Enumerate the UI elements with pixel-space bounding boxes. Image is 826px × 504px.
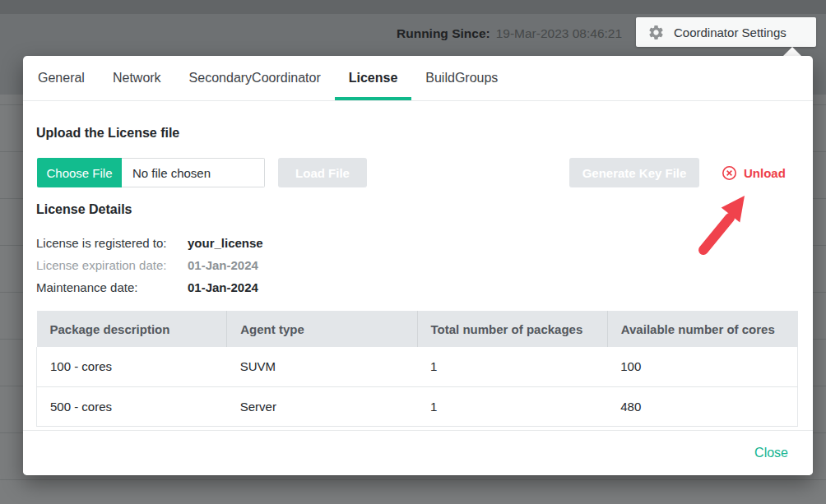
- generate-key-file-button[interactable]: Generate Key File: [569, 158, 699, 187]
- detail-row-registered-to: License is registered to: your_license: [36, 236, 263, 250]
- tab-license-label: License: [349, 71, 398, 86]
- load-file-button[interactable]: Load File: [278, 158, 367, 187]
- detail-value: 01-Jan-2024: [188, 280, 258, 294]
- choose-file-button[interactable]: Choose File: [37, 158, 122, 187]
- cell-agent-type: Server: [227, 386, 417, 426]
- running-since: Running Since: 19-Mar-2023 08:46:21: [397, 26, 622, 41]
- cell-package-description: 500 - cores: [37, 386, 227, 426]
- backdrop-top-strip: [0, 0, 826, 14]
- gear-icon: [647, 24, 665, 41]
- running-since-value: 19-Mar-2023 08:46:21: [496, 26, 622, 41]
- cell-available-cores: 480: [607, 386, 797, 426]
- detail-row-maintenance-date: Maintenance date: 01-Jan-2024: [36, 280, 263, 294]
- cell-package-description: 100 - cores: [37, 347, 227, 386]
- dialog-tabbar: General Network SecondaryCoordinator Lic…: [23, 56, 813, 101]
- cell-total-packages: 1: [417, 386, 607, 426]
- cell-available-cores: 100: [607, 347, 797, 386]
- coordinator-settings-label: Coordinator Settings: [674, 25, 787, 39]
- cell-agent-type: SUVM: [227, 347, 417, 386]
- col-header-available-cores: Available number of cores: [607, 311, 797, 347]
- tab-general-label: General: [38, 71, 85, 86]
- detail-value: 01-Jan-2024: [188, 258, 258, 272]
- unload-button[interactable]: Unload: [722, 158, 786, 187]
- license-details-heading: License Details: [36, 202, 132, 217]
- tab-buildgroups[interactable]: BuildGroups: [411, 56, 512, 100]
- running-since-label: Running Since:: [397, 26, 490, 41]
- popover-caret: [783, 47, 801, 56]
- table-header-row: Package description Agent type Total num…: [37, 311, 798, 347]
- tab-network-label: Network: [113, 71, 161, 86]
- cell-total-packages: 1: [417, 347, 607, 386]
- close-button[interactable]: Close: [754, 446, 788, 460]
- detail-row-expiration-date: License expiration date: 01-Jan-2024: [36, 258, 263, 272]
- tab-license[interactable]: License: [335, 56, 412, 100]
- tab-secondary-coordinator-label: SecondaryCoordinator: [189, 71, 321, 86]
- table-row: 500 - cores Server 1 480: [37, 386, 798, 426]
- license-details-rows: License is registered to: your_license L…: [36, 236, 263, 294]
- dialog-footer: Close: [23, 430, 813, 475]
- file-chosen-status: No file chosen: [122, 158, 265, 187]
- tab-general[interactable]: General: [24, 56, 99, 100]
- col-header-total-packages: Total number of packages: [417, 311, 607, 347]
- detail-value: your_license: [188, 236, 263, 250]
- col-header-package-description: Package description: [37, 311, 227, 347]
- unload-label: Unload: [744, 166, 786, 180]
- upload-license-heading: Upload the License file: [36, 126, 179, 141]
- coordinator-settings-button[interactable]: Coordinator Settings: [636, 17, 816, 47]
- license-packages-table: Package description Agent type Total num…: [36, 311, 798, 427]
- tab-network[interactable]: Network: [99, 56, 175, 100]
- detail-label: License expiration date:: [36, 258, 188, 272]
- detail-label: Maintenance date:: [36, 280, 188, 294]
- table-row: 100 - cores SUVM 1 100: [37, 347, 798, 386]
- detail-label: License is registered to:: [36, 236, 188, 250]
- coordinator-settings-dialog: General Network SecondaryCoordinator Lic…: [23, 56, 813, 475]
- circled-x-icon: [722, 165, 737, 181]
- tab-secondary-coordinator[interactable]: SecondaryCoordinator: [175, 56, 335, 100]
- tab-buildgroups-label: BuildGroups: [425, 71, 498, 86]
- col-header-agent-type: Agent type: [227, 311, 417, 347]
- license-file-input[interactable]: Choose File No file chosen: [37, 158, 265, 187]
